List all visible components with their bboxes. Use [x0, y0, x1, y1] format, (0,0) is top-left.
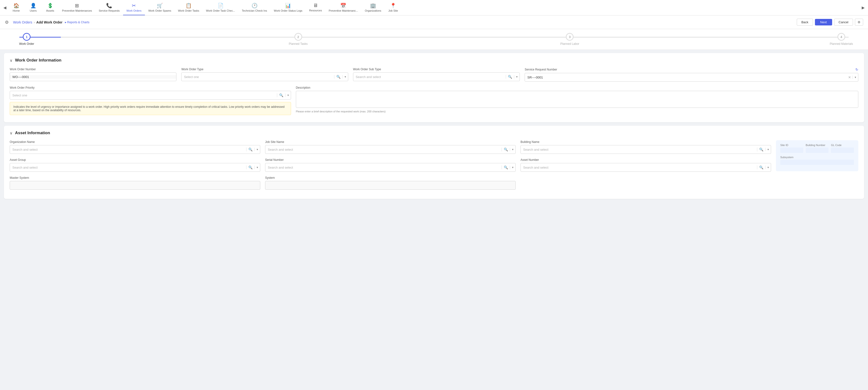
serial-number-search-icon: 🔍 — [502, 165, 510, 169]
asset-group-input-wrapper[interactable]: 🔍 ▾ — [10, 163, 260, 172]
asset-group-input[interactable] — [10, 166, 246, 169]
work-order-sub-type-dropdown-icon[interactable]: ▾ — [514, 75, 520, 78]
work-order-priority-label: Work Order Priority — [10, 86, 291, 89]
asset-number-input-wrapper[interactable]: 🔍 ▾ — [521, 163, 771, 172]
nav-item-organizations[interactable]: 🏢 Organizations — [362, 0, 385, 15]
work-order-status-logs-icon: 📊 — [285, 3, 291, 8]
steps-progress-line — [20, 37, 848, 37]
step-4-label: Planned Materials — [830, 42, 853, 45]
building-name-input[interactable] — [521, 148, 757, 152]
step-4[interactable]: 4 Planned Materials — [825, 33, 858, 45]
filter-button[interactable]: ⚙ — [855, 19, 863, 26]
priority-warning-box: Indicates the level of urgency or import… — [10, 102, 291, 115]
nav-item-home[interactable]: 🏠 Home — [8, 0, 25, 15]
step-3[interactable]: 3 Planned Labor — [553, 33, 587, 45]
nav-item-work-order-status-logs[interactable]: 📊 Work Order Status Logs — [271, 0, 306, 15]
asset-number-input[interactable] — [521, 166, 757, 169]
work-order-type-input-wrapper[interactable]: 🔍 ▾ — [181, 72, 348, 81]
nav-item-service-requests[interactable]: 📞 Service Requests — [95, 0, 123, 15]
asset-number-dropdown-icon[interactable]: ▾ — [765, 166, 771, 169]
home-icon: 🏠 — [13, 3, 20, 8]
organization-name-input[interactable] — [10, 148, 246, 152]
step-1-circle: 1 — [23, 33, 31, 41]
nav-item-work-order-task-check[interactable]: 📄 Work Order Task Chec... — [203, 0, 239, 15]
step-2[interactable]: 2 Planned Tasks — [281, 33, 315, 45]
serial-number-dropdown-icon[interactable]: ▾ — [510, 166, 516, 169]
work-order-priority-search-icon: 🔍 — [277, 93, 285, 97]
settings-icon[interactable]: ⚙ — [5, 20, 9, 25]
nav-next-arrow[interactable]: ▶ — [860, 5, 866, 11]
asset-info-panel: Site ID Building Number GL Code Subsyste… — [776, 140, 858, 171]
serial-number-field: Serial Number 🔍 ▾ — [265, 158, 516, 172]
job-site-dropdown-icon[interactable]: ▾ — [510, 148, 516, 151]
nav-item-resources[interactable]: 🖥 Resources — [306, 0, 326, 15]
org-name-dropdown-icon[interactable]: ▾ — [254, 148, 260, 151]
asset-group-dropdown-icon[interactable]: ▾ — [254, 166, 260, 169]
breadcrumb-sub[interactable]: ▸ Reports & Charts — [65, 21, 89, 24]
nav-item-work-order-spares[interactable]: 🛒 Work Order Spares — [145, 0, 175, 15]
serial-number-input-wrapper[interactable]: 🔍 ▾ — [265, 163, 516, 172]
work-order-section-header[interactable]: ∨ Work Order Information — [10, 58, 858, 63]
asset-number-search-icon: 🔍 — [757, 165, 765, 169]
building-name-dropdown-icon[interactable]: ▾ — [765, 148, 771, 151]
master-system-field: Master System — [10, 176, 260, 190]
nav-item-work-order-tasks[interactable]: 📋 Work Order Tasks — [175, 0, 203, 15]
nav-prev-arrow[interactable]: ◀ — [2, 5, 8, 11]
step-4-circle: 4 — [837, 33, 845, 41]
system-field: System — [265, 176, 516, 190]
work-order-type-dropdown-icon[interactable]: ▾ — [342, 75, 348, 78]
back-button[interactable]: Back — [797, 19, 813, 26]
technician-check-ins-icon: 🕐 — [251, 3, 257, 8]
service-request-dropdown-icon[interactable]: ▾ — [852, 75, 858, 79]
nav-item-work-orders[interactable]: ✂ Work Orders — [123, 0, 145, 15]
work-order-type-field: Work Order Type 🔍 ▾ — [181, 68, 348, 82]
job-site-name-input-wrapper[interactable]: 🔍 ▾ — [265, 145, 516, 154]
serial-number-input[interactable] — [265, 166, 502, 169]
work-order-sub-type-input-wrapper[interactable]: 🔍 ▾ — [353, 72, 520, 81]
service-request-number-input[interactable] — [525, 75, 847, 79]
breadcrumb-separator: › — [34, 20, 35, 24]
next-button[interactable]: Next — [815, 19, 832, 26]
service-request-clear-icon[interactable]: ✕ — [847, 75, 852, 79]
work-order-priority-input[interactable] — [10, 94, 277, 97]
asset-row-1: Organization Name 🔍 ▾ Job Site Name 🔍 ▾ — [10, 140, 771, 154]
toolbar-buttons: Back Next Cancel ⚙ — [797, 19, 863, 26]
gl-code-label: GL Code — [831, 144, 854, 147]
site-id-value — [780, 148, 803, 153]
nav-item-preventive-maintenances[interactable]: ⊞ Preventive Maintenances — [59, 0, 95, 15]
work-order-sub-type-input[interactable] — [353, 75, 506, 79]
top-navigation: ◀ 🏠 Home 👤 Users 💲 Assets ⊞ Preventive M… — [0, 0, 868, 15]
description-textarea[interactable] — [296, 91, 858, 108]
work-order-number-field: Work Order Number — [10, 68, 177, 82]
asset-row-3: Master System System — [10, 176, 771, 190]
work-order-number-input[interactable] — [10, 75, 176, 79]
nav-item-preventive-maintenances-2[interactable]: 📅 Preventive Maintenanc... — [325, 0, 361, 15]
work-order-priority-dropdown-icon[interactable]: ▾ — [285, 94, 291, 97]
steps-bar: 1 Work Order 2 Planned Tasks 3 Planned L… — [0, 29, 868, 50]
asset-section-header[interactable]: ∨ Asset Information — [10, 131, 858, 135]
breadcrumb-parent[interactable]: Work Orders — [13, 20, 32, 24]
chevron-right-icon: ▸ — [65, 21, 66, 24]
service-request-refresh-icon[interactable]: ↻ — [856, 68, 858, 71]
gl-code-col: GL Code — [831, 144, 854, 153]
step-2-circle: 2 — [294, 33, 302, 41]
step-1-label: Work Order — [19, 42, 34, 45]
step-3-label: Planned Labor — [560, 42, 579, 45]
asset-information-section: ∨ Asset Information Organization Name 🔍 … — [4, 126, 864, 199]
service-request-number-input-wrapper[interactable]: ✕ ▾ — [525, 73, 858, 82]
nav-item-users[interactable]: 👤 Users — [25, 0, 42, 15]
work-order-sub-type-search-icon: 🔍 — [506, 75, 514, 79]
building-name-input-wrapper[interactable]: 🔍 ▾ — [521, 145, 771, 154]
organization-name-input-wrapper[interactable]: 🔍 ▾ — [10, 145, 260, 154]
nav-item-assets[interactable]: 💲 Assets — [42, 0, 59, 15]
nav-item-technician-check-ins[interactable]: 🕐 Technician Check Ins — [239, 0, 271, 15]
nav-item-job-site[interactable]: 📍 Job Site — [384, 0, 402, 15]
resources-icon: 🖥 — [313, 3, 318, 8]
work-order-priority-input-wrapper[interactable]: 🔍 ▾ — [10, 91, 291, 100]
work-order-type-input[interactable] — [182, 75, 334, 79]
asset-group-search-icon: 🔍 — [246, 165, 254, 169]
step-1[interactable]: 1 Work Order — [10, 33, 43, 45]
cancel-button[interactable]: Cancel — [834, 19, 853, 26]
spacer-field — [521, 176, 771, 190]
job-site-name-input[interactable] — [265, 148, 502, 152]
